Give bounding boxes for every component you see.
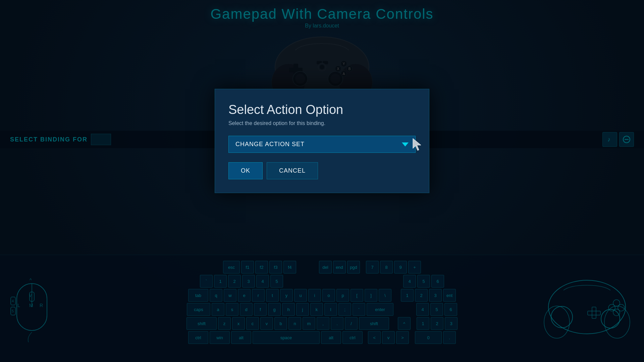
modal-title: Select Action Option bbox=[228, 103, 416, 117]
modal-subtitle: Select the desired option for this bindi… bbox=[228, 120, 416, 126]
cancel-button[interactable]: CANCEL bbox=[267, 162, 318, 179]
modal-buttons: OK CANCEL bbox=[228, 162, 416, 179]
dropdown-arrow-icon bbox=[402, 142, 409, 146]
action-dropdown[interactable]: CHANGE ACTION SET bbox=[228, 136, 416, 153]
cursor-icon bbox=[412, 138, 422, 151]
ok-button[interactable]: OK bbox=[228, 162, 263, 179]
modal-overlay: Select Action Option Select the desired … bbox=[0, 0, 644, 362]
select-action-modal: Select Action Option Select the desired … bbox=[215, 89, 429, 193]
dropdown-label: CHANGE ACTION SET bbox=[235, 141, 305, 148]
dropdown-selected-value[interactable]: CHANGE ACTION SET bbox=[228, 136, 416, 153]
svg-marker-47 bbox=[413, 138, 421, 150]
